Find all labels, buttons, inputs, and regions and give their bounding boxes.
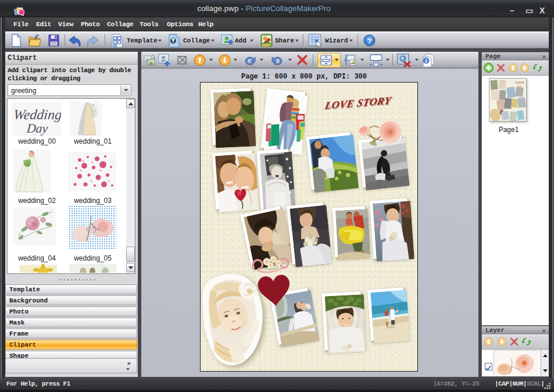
svg-text:Day: Day [26, 121, 49, 136]
svg-text:Wedding: Wedding [13, 107, 61, 122]
svg-text:?: ? [367, 37, 372, 45]
